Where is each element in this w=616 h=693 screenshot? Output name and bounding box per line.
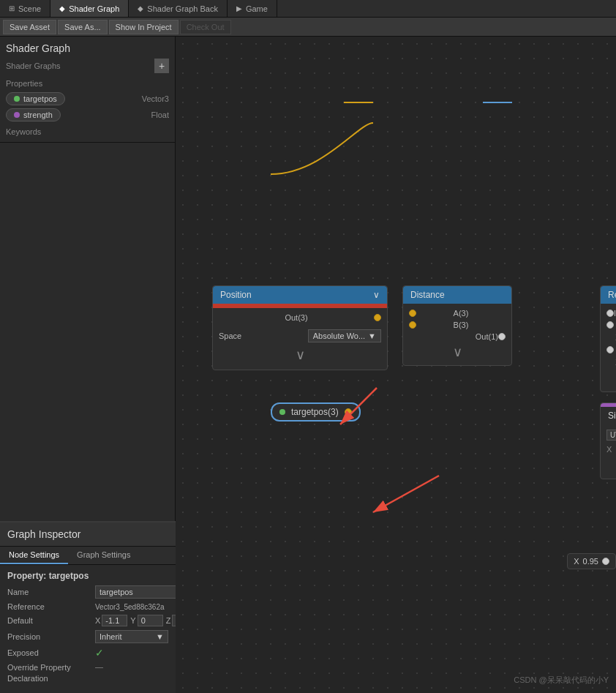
remap-in-port[interactable] [606, 310, 614, 317]
precision-value: Inherit [99, 632, 122, 641]
inspector-body: Property: targetpos Name Reference Vecto… [0, 565, 176, 693]
value-display: X 0.95 [567, 553, 616, 569]
property-strength: strength Float [6, 108, 169, 121]
exposed-label: Exposed [7, 648, 95, 657]
name-row: Name [7, 585, 168, 599]
simplenoise-uv-dropdown[interactable]: UV0 ▼ [606, 430, 616, 441]
property-pill-strength[interactable]: strength [6, 108, 61, 121]
position-space-row: Space Absolute Wo... ▼ [213, 328, 387, 344]
canvas-area[interactable]: Position ∨ Out(3) Space Absolute Wo... ▼ [176, 37, 616, 693]
distance-body: A(3) B(3) Out(1) ∨ [403, 304, 511, 365]
dot-green-targetpos-node [279, 409, 285, 415]
distance-b-in-port[interactable] [409, 321, 416, 329]
tab-scene[interactable]: ⊞ Scene [0, 0, 50, 17]
exposed-row: Exposed ✓ [7, 647, 168, 659]
shader-graphs-row: Shader Graphs + [6, 59, 169, 73]
precision-dropdown[interactable]: Inherit ▼ [95, 630, 168, 643]
position-node-header: Position ∨ [213, 286, 387, 304]
tab-graph-settings[interactable]: Graph Settings [68, 547, 139, 564]
remap-outminmax-vals: X Y [601, 355, 616, 369]
property-name-targetpos: targetpos [23, 94, 57, 103]
simplenoise-expand[interactable]: ∨ [601, 456, 616, 475]
z-label: Z [166, 616, 171, 625]
property-type-strength: Float [151, 110, 169, 119]
value-x-value: 0.95 [583, 557, 598, 566]
keywords-label: Keywords [6, 127, 169, 136]
remap-inminmax-port[interactable] [606, 321, 614, 329]
properties-label: Properties [6, 79, 169, 88]
default-row: Default X Y Z [7, 615, 168, 626]
node-remap[interactable]: Remap In(1) Out(1) In Min Max(2) X Y [600, 285, 616, 392]
add-shader-button[interactable]: + [154, 59, 169, 73]
simplenoise-x-label: X [606, 445, 612, 454]
distance-a-in-port[interactable] [409, 310, 416, 317]
save-as-button[interactable]: Save As... [58, 20, 108, 34]
position-space-label: Space [219, 331, 241, 340]
remap-outminmax-port[interactable] [606, 346, 614, 353]
node-distance[interactable]: Distance A(3) B(3) Out(1) ∨ [402, 285, 512, 366]
distance-out-label: Out(1) [476, 332, 498, 341]
node-simplenoise[interactable]: Simple Noise UV0 ▼ — UV(2) Out(1) [600, 402, 616, 479]
property-section-title: Property: targetpos [7, 571, 168, 581]
reference-row: Reference Vector3_5ed88c362a [7, 602, 168, 611]
y-label: Y [130, 616, 135, 625]
default-y-input[interactable] [138, 615, 163, 626]
distance-out-port[interactable] [498, 333, 506, 340]
diamond-icon: ◆ [59, 4, 65, 12]
tab-game[interactable]: ▶ Game [228, 0, 277, 17]
property-pill-targetpos[interactable]: targetpos [6, 92, 65, 105]
graph-inspector-panel: Graph Inspector Node Settings Graph Sett… [0, 521, 176, 693]
shader-panel: Shader Graph Shader Graphs + Properties … [0, 37, 175, 143]
inspector-tabs: Node Settings Graph Settings [0, 547, 176, 565]
graph-inspector-title: Graph Inspector [0, 522, 176, 547]
dot-green-targetpos [14, 96, 20, 102]
main-area: Shader Graph Shader Graphs + Properties … [0, 37, 616, 693]
tab-shader-graph-back[interactable]: ◆ Shader Graph Back [129, 0, 228, 17]
show-in-project-button[interactable]: Show In Project [109, 20, 179, 34]
position-title: Position [220, 290, 252, 300]
x-label: X [95, 616, 100, 625]
reference-value: Vector3_5ed88c362a [95, 603, 168, 611]
gamepad-icon: ▶ [236, 4, 242, 12]
position-space-dropdown[interactable]: Absolute Wo... ▼ [308, 329, 381, 342]
default-x-input[interactable] [102, 615, 127, 626]
distance-a-row: A(3) [403, 307, 511, 319]
grid-icon: ⊞ [9, 4, 15, 12]
position-out-port[interactable] [374, 314, 381, 321]
simplenoise-scale-row: X — Scale(1) [601, 442, 616, 456]
remap-node-header: Remap [601, 286, 616, 304]
distance-a-label: A(3) [454, 309, 469, 318]
property-type-targetpos: Vector3 [142, 94, 169, 103]
override-label: Override Property Declaration [7, 662, 95, 683]
save-asset-button[interactable]: Save Asset [3, 20, 56, 34]
position-expand[interactable]: ∨ [213, 344, 387, 366]
xyz-x: X [95, 615, 127, 626]
diamond-icon-back: ◆ [138, 4, 143, 12]
override-value: — [95, 662, 103, 671]
tab-bar: ⊞ Scene ◆ Shader Graph ◆ Shader Graph Ba… [0, 0, 616, 18]
red-arrow-2 [351, 468, 468, 527]
position-chevron: ∨ [373, 290, 380, 300]
distance-title: Distance [410, 290, 445, 300]
watermark: CSDN @呆呆敲代码的小Y [514, 675, 609, 686]
remap-inminmax-vals: X Y [601, 330, 616, 344]
exposed-checkmark[interactable]: ✓ [95, 647, 104, 659]
default-label: Default [7, 616, 95, 625]
node-targetpos[interactable]: targetpos(3) [271, 402, 361, 422]
simplenoise-uv-row: UV0 ▼ — UV(2) Out(1) [601, 428, 616, 442]
reference-label: Reference [7, 602, 95, 611]
shader-graphs-label: Shader Graphs [6, 61, 61, 70]
remap-body: In(1) Out(1) In Min Max(2) X Y [601, 304, 616, 392]
node-position[interactable]: Position ∨ Out(3) Space Absolute Wo... ▼ [212, 285, 388, 370]
tab-node-settings[interactable]: Node Settings [0, 547, 68, 564]
simplenoise-body: UV0 ▼ — UV(2) Out(1) X — [601, 424, 616, 479]
remap-inminmax-row: In Min Max(2) [601, 319, 616, 330]
targetpos-out-port[interactable] [345, 408, 352, 416]
remap-title: Remap [608, 290, 616, 300]
shader-graph-title: Shader Graph [6, 42, 169, 54]
check-out-button[interactable]: Check Out [180, 20, 231, 34]
distance-expand[interactable]: ∨ [403, 342, 511, 362]
value-display-port[interactable] [602, 558, 609, 565]
remap-expand[interactable]: ∨ [601, 369, 616, 388]
tab-shader-graph[interactable]: ◆ Shader Graph [50, 0, 129, 17]
